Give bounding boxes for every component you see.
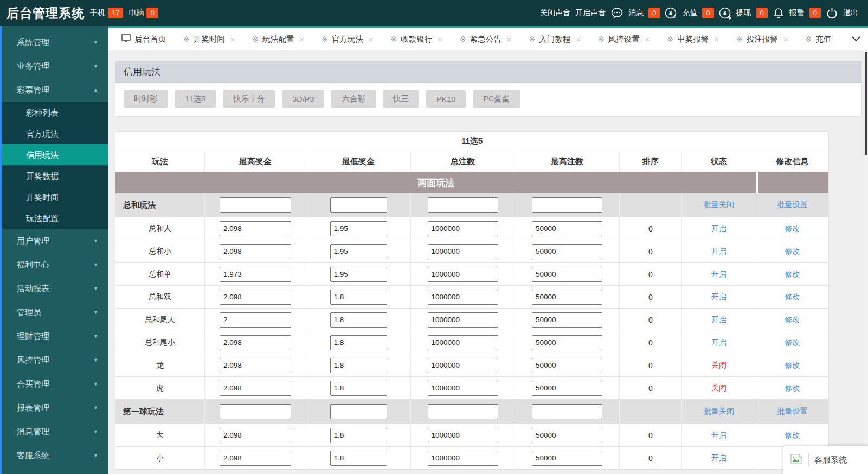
batch-max-bets-input[interactable] (532, 404, 602, 419)
tab-draw-time[interactable]: ※开奖时间× (175, 28, 244, 50)
sidebar-subitem-draw-data[interactable]: 开奖数据 (2, 165, 108, 187)
status-closed-link[interactable]: 关闭 (711, 383, 726, 393)
tab-bet-alarm[interactable]: ※投注报警× (728, 28, 797, 50)
min-prize-input[interactable] (330, 335, 387, 350)
power-icon[interactable] (826, 7, 838, 20)
total-bets-input[interactable] (428, 428, 498, 443)
max-bets-input[interactable] (532, 358, 602, 373)
total-bets-input[interactable] (428, 451, 498, 466)
scrollbar[interactable] (865, 52, 867, 474)
modify-link[interactable]: 修改 (785, 292, 800, 302)
customer-service-widget[interactable]: 客服系统 (783, 446, 868, 474)
tab-play-config[interactable]: ※玩法配置× (244, 28, 313, 50)
max-bets-input[interactable] (532, 244, 602, 259)
game-button-ssc[interactable]: 时时彩 (124, 90, 168, 108)
status-closed-link[interactable]: 关闭 (711, 361, 726, 370)
total-bets-input[interactable] (428, 244, 498, 259)
sidebar-item-report-management[interactable]: 报表管理▼ (2, 396, 108, 420)
tab-home[interactable]: 后台首页 (113, 28, 175, 50)
withdraw-icon[interactable]: ¥ (719, 7, 731, 20)
sidebar-item-system-management[interactable]: 系统管理▼ (2, 30, 108, 54)
modify-link[interactable]: 修改 (785, 338, 800, 348)
sidebar-item-activity-report[interactable]: 活动报表▼ (2, 277, 108, 300)
max-bets-input[interactable] (532, 451, 602, 466)
max-prize-input[interactable] (220, 312, 291, 328)
close-icon[interactable]: × (783, 35, 788, 44)
tab-win-alarm[interactable]: ※中奖报警× (659, 28, 728, 50)
close-icon[interactable]: × (576, 35, 581, 44)
tab-risk-setting[interactable]: ※风控设置× (589, 28, 659, 50)
logout-link[interactable]: 退出 (843, 8, 858, 18)
close-icon[interactable]: × (714, 35, 719, 44)
max-bets-input[interactable] (532, 290, 602, 305)
recharge-link[interactable]: 充值 (682, 8, 697, 18)
sidebar-item-business-management[interactable]: 业务管理▼ (2, 54, 108, 78)
batch-total-bets-input[interactable] (428, 197, 498, 213)
max-prize-input[interactable] (220, 428, 291, 443)
total-bets-input[interactable] (428, 221, 498, 236)
max-bets-input[interactable] (532, 312, 602, 328)
modify-link[interactable]: 修改 (785, 431, 800, 440)
batch-max-bets-input[interactable] (532, 197, 602, 213)
max-bets-input[interactable] (532, 428, 602, 443)
status-open-link[interactable]: 开启 (711, 453, 726, 463)
batch-total-bets-input[interactable] (428, 404, 498, 419)
game-button-pk10[interactable]: PK10 (426, 90, 466, 108)
status-open-link[interactable]: 开启 (711, 224, 726, 234)
sidebar-subitem-draw-time[interactable]: 开奖时间 (2, 187, 108, 208)
batch-min-prize-input[interactable] (330, 197, 387, 213)
close-icon[interactable]: × (438, 35, 442, 44)
status-open-link[interactable]: 开启 (711, 315, 726, 325)
status-open-link[interactable]: 开启 (711, 338, 726, 348)
total-bets-input[interactable] (428, 267, 498, 282)
sidebar-item-welfare-center[interactable]: 福利中心▼ (2, 253, 108, 277)
sidebar-item-message-management[interactable]: 消息管理▼ (2, 420, 108, 444)
batch-close-link[interactable]: 批量关闭 (704, 407, 734, 417)
modify-link[interactable]: 修改 (785, 270, 800, 279)
status-open-link[interactable]: 开启 (711, 431, 726, 440)
status-open-link[interactable]: 开启 (711, 292, 726, 302)
max-bets-input[interactable] (532, 221, 602, 236)
total-bets-input[interactable] (428, 358, 498, 373)
close-icon[interactable]: × (230, 35, 235, 44)
min-prize-input[interactable] (330, 267, 387, 282)
max-prize-input[interactable] (220, 451, 291, 466)
sidebar-item-customer-service[interactable]: 客服系统▼ (2, 444, 108, 467)
max-prize-input[interactable] (220, 358, 291, 373)
min-prize-input[interactable] (330, 451, 387, 466)
batch-max-prize-input[interactable] (220, 404, 291, 419)
max-bets-input[interactable] (532, 267, 602, 282)
modify-link[interactable]: 修改 (785, 361, 800, 370)
sidebar-subitem-official-play[interactable]: 官方玩法 (2, 123, 108, 144)
batch-set-link[interactable]: 批量设置 (777, 407, 808, 417)
tabs-overflow-button[interactable] (844, 28, 868, 50)
status-open-link[interactable]: 开启 (711, 247, 726, 257)
sidebar-item-risk-management[interactable]: 风控管理▼ (2, 348, 108, 372)
recharge-icon[interactable]: ¥ (665, 7, 677, 20)
close-icon[interactable]: × (299, 35, 304, 44)
min-prize-input[interactable] (330, 290, 387, 305)
alarm-link[interactable]: 报警 (789, 8, 805, 18)
max-bets-input[interactable] (532, 335, 602, 350)
sidebar-item-group-buy-management[interactable]: 合买管理▼ (2, 372, 108, 396)
min-prize-input[interactable] (330, 428, 387, 443)
batch-min-prize-input[interactable] (330, 404, 387, 419)
sidebar-item-administrator[interactable]: 管理员▼ (2, 300, 108, 324)
max-prize-input[interactable] (220, 244, 291, 259)
unmute-sound-link[interactable]: 开启声音 (575, 8, 606, 18)
total-bets-input[interactable] (428, 290, 498, 305)
game-button-k3[interactable]: 快三 (383, 90, 419, 108)
tab-tutorial[interactable]: ※入门教程× (520, 28, 590, 50)
message-icon[interactable] (610, 7, 623, 19)
modify-link[interactable]: 修改 (785, 383, 800, 393)
sidebar-subitem-credit-play[interactable]: 信用玩法 (2, 144, 108, 165)
max-bets-input[interactable] (532, 381, 602, 396)
min-prize-input[interactable] (330, 381, 387, 396)
max-prize-input[interactable] (220, 335, 291, 350)
total-bets-input[interactable] (428, 381, 498, 396)
sidebar-item-user-management[interactable]: 用户管理▼ (2, 229, 108, 253)
game-button-3dp3[interactable]: 3D/P3 (282, 90, 324, 108)
min-prize-input[interactable] (330, 312, 387, 328)
close-icon[interactable]: × (645, 35, 650, 44)
total-bets-input[interactable] (428, 335, 498, 350)
